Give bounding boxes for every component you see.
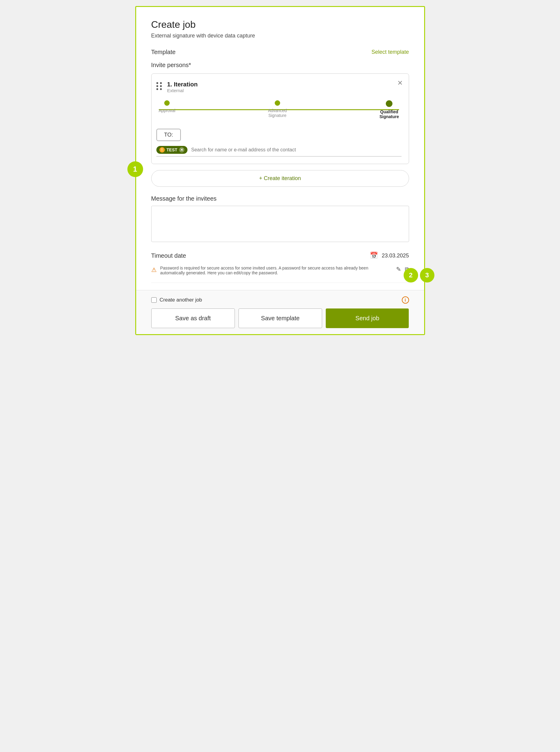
- badge-1: 1: [127, 161, 143, 177]
- info-icon[interactable]: i: [402, 296, 409, 304]
- footer-buttons: Save as draft Save template Send job: [151, 308, 409, 328]
- drag-handle[interactable]: [156, 82, 162, 90]
- progress-track: Approval AdvancedSignature QualifiedSign…: [159, 100, 399, 119]
- close-iteration-button[interactable]: ✕: [397, 80, 403, 86]
- step-label-approval: Approval: [159, 108, 175, 113]
- drag-dot: [160, 85, 162, 87]
- template-row: Template Select template: [151, 49, 409, 56]
- invite-persons-label: Invite persons*: [151, 62, 409, 69]
- progress-steps: Approval AdvancedSignature QualifiedSign…: [159, 100, 399, 119]
- iteration-subtitle: External: [167, 88, 198, 93]
- tag-chip-label: TEST: [167, 148, 178, 152]
- drag-dot: [156, 85, 158, 87]
- page-title: Create job: [151, 19, 409, 30]
- create-iteration-button[interactable]: + Create iteration: [151, 170, 409, 187]
- password-notice: ⚠ Password is required for secure access…: [151, 266, 409, 283]
- search-row: ! TEST ✕: [156, 146, 401, 156]
- badge-2: 2: [404, 268, 418, 283]
- calendar-icon: 📅: [370, 252, 378, 259]
- drag-dot: [156, 82, 158, 84]
- create-iteration-label: + Create iteration: [259, 175, 301, 181]
- search-input[interactable]: [191, 147, 401, 153]
- iteration-title-block: 1. Iteration External: [167, 81, 198, 93]
- select-template-link[interactable]: Select template: [371, 49, 409, 55]
- message-textarea[interactable]: [151, 206, 409, 242]
- save-draft-button[interactable]: Save as draft: [151, 308, 235, 328]
- notice-warning-icon: ⚠: [151, 266, 157, 273]
- timeout-date[interactable]: 📅 23.03.2025: [370, 252, 409, 259]
- save-template-button[interactable]: Save template: [239, 308, 322, 328]
- edit-password-button[interactable]: ✎: [396, 266, 401, 273]
- step-label-qualified: QualifiedSignature: [379, 109, 399, 119]
- page-subtitle: External signature with device data capt…: [151, 33, 409, 39]
- footer-bar: Create another job i Save as draft Save …: [136, 290, 424, 334]
- drag-dot: [160, 88, 162, 90]
- timeout-label: Timeout date: [151, 252, 186, 259]
- footer-checkbox-row: Create another job i: [151, 296, 409, 304]
- step-dot-advanced: [275, 100, 280, 106]
- notice-text: Password is required for secure access f…: [160, 266, 393, 275]
- step-label-advanced: AdvancedSignature: [268, 108, 287, 118]
- step-dot-approval: [164, 100, 169, 106]
- drag-dot: [160, 82, 162, 84]
- create-another-text: Create another job: [160, 297, 202, 303]
- to-field: TO:: [156, 129, 181, 141]
- timeout-row: Timeout date 📅 23.03.2025: [151, 252, 409, 259]
- badge-3: 3: [420, 268, 435, 283]
- iteration-header: 1. Iteration External ✕: [156, 81, 401, 93]
- send-job-button[interactable]: Send job: [326, 308, 409, 328]
- progress-step-approval[interactable]: Approval: [159, 100, 175, 119]
- create-another-checkbox[interactable]: [151, 297, 157, 303]
- iteration-title: 1. Iteration: [167, 81, 198, 88]
- step-dot-qualified: [386, 100, 393, 107]
- progress-step-qualified[interactable]: QualifiedSignature: [379, 100, 399, 119]
- tag-chip: ! TEST ✕: [156, 146, 188, 154]
- drag-dot: [156, 88, 158, 90]
- warning-icon: !: [159, 147, 165, 153]
- iteration-card: 1. Iteration External ✕ Approval Advance…: [151, 73, 409, 164]
- chip-close-button[interactable]: ✕: [179, 147, 184, 153]
- page-container: Create job External signature with devic…: [135, 6, 425, 335]
- template-label: Template: [151, 49, 176, 56]
- create-another-label[interactable]: Create another job: [151, 297, 202, 303]
- message-label: Message for the invitees: [151, 195, 409, 202]
- timeout-date-value: 23.03.2025: [382, 253, 409, 259]
- progress-step-advanced[interactable]: AdvancedSignature: [268, 100, 287, 119]
